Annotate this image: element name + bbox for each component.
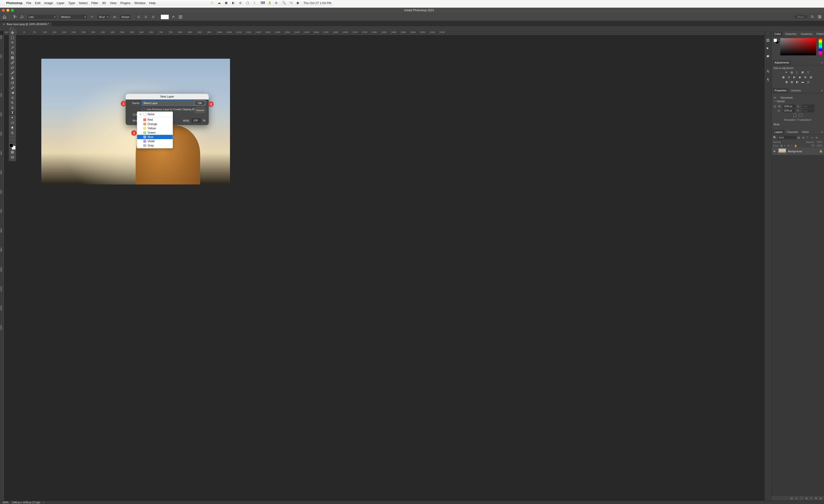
menu-plugins[interactable]: Plugins: [120, 1, 131, 5]
hand-tool-icon[interactable]: [9, 125, 15, 130]
siri-icon[interactable]: ◉: [296, 1, 300, 5]
path-select-icon[interactable]: [9, 115, 15, 120]
font-size-dropdown[interactable]: 30 pt: [97, 14, 110, 20]
quick-mask-icon[interactable]: [9, 150, 15, 155]
blur-tool-icon[interactable]: [9, 95, 15, 100]
document-tab[interactable]: ✕ Base layer.jpeg @ 100% (RGB/8#) *: [0, 22, 52, 26]
menu-edit[interactable]: Edit: [35, 1, 40, 5]
keyboard-icon[interactable]: ⌨: [261, 1, 265, 5]
antialias-dropdown[interactable]: Sharp: [119, 14, 131, 20]
stamp-tool-icon[interactable]: [9, 75, 15, 80]
moon-icon[interactable]: ◐: [232, 1, 236, 5]
gradient-tool-icon[interactable]: [9, 90, 15, 95]
swatch: [143, 123, 146, 126]
cancel-button[interactable]: Cancel: [194, 108, 206, 113]
cloud-icon[interactable]: ☁: [218, 1, 221, 5]
align-right-icon[interactable]: [150, 14, 156, 20]
window-close-button[interactable]: [2, 9, 5, 12]
align-center-icon[interactable]: [143, 14, 148, 20]
type-tool-icon[interactable]: T▾: [12, 14, 17, 20]
ruler-horizontal: 1005005010015020025030035040045050055060…: [4, 31, 334, 35]
window-minimize-button[interactable]: [6, 9, 9, 12]
screen-mode-icon[interactable]: [9, 155, 15, 160]
app-name[interactable]: Photoshop: [6, 1, 22, 5]
control-center-icon[interactable]: ⌥: [289, 1, 293, 5]
menu-3d[interactable]: 3D: [102, 1, 106, 5]
history-brush-icon[interactable]: [9, 80, 15, 85]
marquee-tool-icon[interactable]: [9, 35, 15, 40]
dropdown-separator: [137, 117, 173, 117]
ruler-tick: 1450: [304, 31, 314, 35]
ruler-tick: 600: [139, 31, 149, 35]
move-tool-icon[interactable]: [9, 30, 15, 35]
spotlight-icon[interactable]: 🔍: [282, 1, 286, 5]
battery-icon[interactable]: 🔋: [268, 1, 272, 5]
eyedropper-tool-icon[interactable]: [9, 60, 15, 65]
zoom-tool-icon[interactable]: [9, 130, 15, 135]
menu-image[interactable]: Image: [44, 1, 53, 5]
wifi-icon[interactable]: ⊚: [275, 1, 279, 5]
window-titlebar: Adobe Photoshop 2023: [0, 8, 334, 13]
edit-toolbar-icon[interactable]: ⋯: [9, 137, 15, 142]
color-option-blue[interactable]: Blue: [137, 135, 173, 139]
type-tool-icon[interactable]: T: [9, 110, 15, 115]
ok-button[interactable]: OK: [194, 101, 206, 106]
frame-tool-icon[interactable]: [9, 55, 15, 60]
eraser-tool-icon[interactable]: [9, 85, 15, 90]
menu-select[interactable]: Select: [79, 1, 87, 5]
color-option-yellow[interactable]: Yellow: [137, 126, 173, 131]
menu-type[interactable]: Type: [68, 1, 75, 5]
ruler-tick: 1100: [236, 31, 246, 35]
menubar-clock[interactable]: Thu Oct 27 1:54 PM: [304, 1, 331, 5]
color-option-none[interactable]: ✓ None: [137, 112, 173, 116]
opacity-value-input[interactable]: 100 ˅: [192, 118, 201, 123]
color-option-gray[interactable]: Gray: [137, 143, 173, 148]
color-option-orange[interactable]: Orange: [137, 122, 173, 126]
svg-rect-9: [11, 66, 14, 69]
color-option-violet[interactable]: Violet: [137, 139, 173, 143]
ruler-tick: 100: [0, 54, 2, 74]
home-icon[interactable]: [2, 14, 7, 20]
svg-point-12: [11, 102, 13, 103]
ruler-tick: 700: [159, 31, 169, 35]
elephant-icon[interactable]: ⛅: [210, 1, 214, 5]
rings-icon[interactable]: ⊚: [239, 1, 243, 5]
character-panel-icon[interactable]: [178, 14, 183, 20]
menu-layer[interactable]: Layer: [57, 1, 65, 5]
menu-view[interactable]: View: [110, 1, 117, 5]
ruler-tick: 400: [0, 151, 2, 170]
color-option-red[interactable]: Red: [137, 118, 173, 122]
bluetooth-icon[interactable]: ᚼ: [253, 1, 257, 5]
brush-tool-icon[interactable]: [9, 70, 15, 75]
ruler-tick: 250: [72, 31, 82, 35]
ruler-tick: 0: [23, 31, 33, 35]
dialog-title: New Layer: [126, 94, 209, 100]
ruler-tick: 1600: [333, 31, 334, 35]
ruler-tick: 100: [42, 31, 52, 35]
fg-bg-colors[interactable]: [9, 143, 15, 150]
font-family-dropdown[interactable]: Lato: [26, 14, 57, 20]
frame-icon[interactable]: ▢: [246, 1, 250, 5]
healing-tool-icon[interactable]: [9, 65, 15, 70]
name-label: Name:: [129, 102, 140, 105]
font-weight-dropdown[interactable]: Medium: [59, 14, 88, 20]
crop-tool-icon[interactable]: [9, 50, 15, 55]
menu-window[interactable]: Window: [134, 1, 145, 5]
window-zoom-button[interactable]: [11, 9, 14, 12]
warp-text-icon[interactable]: [171, 14, 176, 20]
menu-filter[interactable]: Filter: [91, 1, 98, 5]
wand-tool-icon[interactable]: [9, 45, 15, 50]
align-left-icon[interactable]: [136, 14, 141, 20]
menu-file[interactable]: File: [26, 1, 31, 5]
shape-tool-icon[interactable]: [9, 120, 15, 125]
dodge-tool-icon[interactable]: [9, 100, 15, 105]
camera-icon[interactable]: ▣: [225, 1, 228, 5]
text-color-swatch[interactable]: [161, 15, 169, 19]
lasso-tool-icon[interactable]: [9, 40, 15, 45]
menu-help[interactable]: Help: [149, 1, 156, 5]
clipping-mask-checkbox[interactable]: [142, 108, 145, 111]
color-option-green[interactable]: Green: [137, 131, 173, 135]
pen-tool-icon[interactable]: [9, 105, 15, 110]
orientation-icon[interactable]: [19, 14, 25, 20]
close-tab-icon[interactable]: ✕: [3, 23, 5, 25]
